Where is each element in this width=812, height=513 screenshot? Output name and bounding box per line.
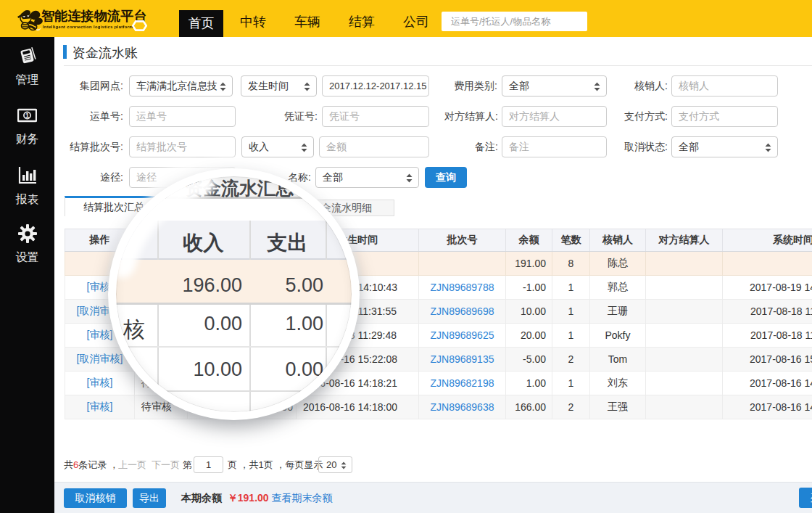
svg-text:1: 1 <box>25 112 29 119</box>
